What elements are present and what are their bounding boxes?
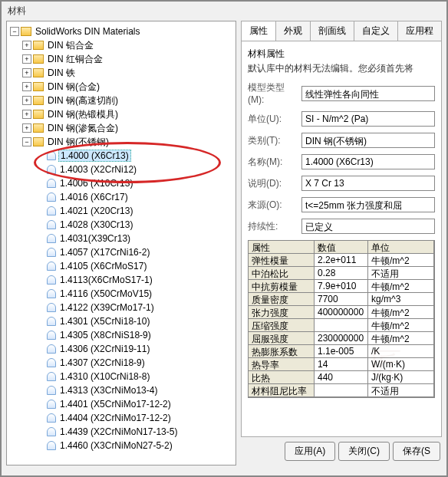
tree-material[interactable]: 1.4028 (X30Cr13) <box>8 218 234 232</box>
material-icon <box>47 192 56 202</box>
tree-material[interactable]: 1.4122 (X39CrMo17-1) <box>8 301 234 314</box>
collapse-icon[interactable]: − <box>10 27 19 36</box>
material-icon <box>47 262 56 271</box>
grid-header: 单位 <box>368 241 434 254</box>
tree-category[interactable]: +DIN 铝合金 <box>8 38 234 52</box>
material-icon <box>47 331 56 340</box>
folder-icon <box>33 110 44 119</box>
expand-icon[interactable]: + <box>22 68 31 77</box>
tree-material[interactable]: 1.4116 (X50CrMoV15) <box>8 287 234 301</box>
label-desc: 说明(D): <box>248 177 297 190</box>
tree-material[interactable]: 1.4016 (X6Cr17) <box>8 190 234 204</box>
expand-icon[interactable]: + <box>22 123 31 133</box>
tree-category[interactable]: −DIN 钢(不锈钢) <box>8 135 234 149</box>
material-icon <box>47 289 56 298</box>
field-unit[interactable]: SI - N/m^2 (Pa) <box>301 111 435 127</box>
tree-category[interactable]: +DIN 钢(高速切削) <box>8 94 234 107</box>
folder-icon <box>21 27 31 36</box>
tree-material[interactable]: 1.4307 (X2CrNi18-9) <box>8 356 234 370</box>
grid-row[interactable]: 压缩强度牛顿/m^2 <box>249 319 434 332</box>
material-icon <box>47 151 56 160</box>
label-persist: 持续性: <box>248 220 297 233</box>
grid-row[interactable]: 质量密度7700kg/m^3 <box>249 293 434 306</box>
label-name: 名称(M): <box>248 156 297 169</box>
tree-category[interactable]: +DIN 铁 <box>8 66 234 80</box>
material-icon <box>47 303 56 312</box>
tree-material[interactable]: 1.4401 (X5CrNiMo17-12-2) <box>8 397 234 411</box>
tree-material[interactable]: 1.4305 (X8CrNiS18-9) <box>8 328 234 342</box>
tree-material[interactable]: 1.4057 (X17CrNi16-2) <box>8 245 234 259</box>
grid-row[interactable]: 弹性模量2.2e+011牛顿/m^2 <box>249 254 434 267</box>
grid-row[interactable]: 热导率14W/(m·K) <box>249 358 434 371</box>
tree-material[interactable]: 1.4313 (X3CrNiMo13-4) <box>8 383 234 397</box>
field-category[interactable]: DIN 钢(不锈钢) <box>301 133 435 148</box>
apply-button[interactable]: 应用(A) <box>285 442 335 461</box>
tree-material[interactable]: 1.4404 (X2CrNiMo17-12-2) <box>8 411 234 425</box>
material-icon <box>47 400 56 409</box>
expand-icon[interactable]: + <box>22 54 31 64</box>
material-icon <box>47 386 56 395</box>
tree-root[interactable]: − SolidWorks DIN Materials <box>8 25 234 38</box>
field-desc[interactable]: X 7 Cr 13 <box>301 176 435 191</box>
tree-material[interactable]: 1.4021 (X20Cr13) <box>8 204 234 218</box>
grid-row[interactable]: 屈服强度230000000牛顿/m^2 <box>249 332 434 345</box>
material-icon <box>47 372 56 381</box>
expand-icon[interactable]: + <box>22 110 31 119</box>
grid-row[interactable]: 材料阻尼比率不适用 <box>249 384 434 397</box>
tree-material[interactable]: 1.4006 (X10Cr13) <box>8 176 234 190</box>
expand-icon[interactable]: + <box>22 41 31 50</box>
label-source: 来源(O): <box>248 199 297 212</box>
grid-row[interactable]: 热膨胀系数1.1e-005/K <box>249 345 434 358</box>
tree-material[interactable]: 1.4301 (X5CrNi18-10) <box>8 314 234 328</box>
tree-material[interactable]: 1.4105 (X6CrMoS17) <box>8 259 234 273</box>
folder-icon <box>33 96 44 105</box>
tree-material[interactable]: 1.4000 (X6Cr13) <box>8 149 234 163</box>
field-modeltype[interactable]: 线性弹性各向同性 <box>301 86 435 101</box>
tree-material[interactable]: 1.4113(X6CrMoS17-1) <box>8 273 234 287</box>
tab-properties[interactable]: 属性 <box>241 21 276 41</box>
close-button[interactable]: 关闭(C) <box>338 442 390 461</box>
folder-icon <box>33 54 44 64</box>
expand-icon[interactable]: + <box>22 96 31 105</box>
expand-icon[interactable]: + <box>22 82 31 91</box>
tree-material[interactable]: 1.4003 (X2CrNi12) <box>8 163 234 176</box>
label-unit: 单位(U): <box>248 113 297 126</box>
grid-row[interactable]: 比热440J/(kg·K) <box>249 371 434 384</box>
save-button[interactable]: 保存(S <box>393 442 440 461</box>
tree-material[interactable]: 1.4031(X39Cr13) <box>8 232 234 245</box>
expand-icon[interactable]: − <box>22 137 31 146</box>
grid-header: 数值 <box>315 241 368 254</box>
material-icon <box>47 317 56 326</box>
tree-material[interactable]: 1.4439 (X2CrNiMoN17-13-5) <box>8 425 234 439</box>
tree-category[interactable]: +DIN 钢(合金) <box>8 80 234 94</box>
tree-category[interactable]: +DIN 红铜合金 <box>8 52 234 66</box>
label-modeltype: 模型类型(M): <box>248 81 297 105</box>
tree-category[interactable]: +DIN 钢(热锻模具) <box>8 107 234 121</box>
material-icon <box>47 234 56 243</box>
tab-apply[interactable]: 应用程 <box>397 21 442 41</box>
panel-heading: 材料属性 <box>248 48 435 61</box>
grid-row[interactable]: 张力强度400000000牛顿/m^2 <box>249 306 434 319</box>
tree-material[interactable]: 1.4306 (X2CrNi19-11) <box>8 342 234 356</box>
tab-appearance[interactable]: 外观 <box>275 21 311 41</box>
field-source[interactable]: t<=25mm 张力强度和屈 <box>301 197 435 212</box>
dialog-title: 材料 <box>2 2 446 21</box>
folder-icon <box>33 68 44 77</box>
grid-row[interactable]: 中抗剪模量7.9e+010牛顿/m^2 <box>249 280 434 293</box>
material-tree[interactable]: − SolidWorks DIN Materials +DIN 铝合金+DIN … <box>6 21 236 465</box>
properties-grid[interactable]: 属性 数值 单位 弹性模量2.2e+011牛顿/m^2中泊松比0.28不适用中抗… <box>248 240 435 398</box>
grid-header: 属性 <box>249 241 315 254</box>
folder-icon <box>33 82 44 91</box>
tab-custom[interactable]: 自定义 <box>354 21 398 41</box>
field-name[interactable]: 1.4000 (X6Cr13) <box>301 154 435 169</box>
material-icon <box>47 179 56 188</box>
tree-category[interactable]: +DIN 钢(渗氮合金) <box>8 121 234 135</box>
field-persist[interactable]: 已定义 <box>301 219 435 234</box>
property-tabs: 属性 外观 剖面线 自定义 应用程 <box>241 21 442 41</box>
tab-hatch[interactable]: 剖面线 <box>310 21 354 41</box>
grid-row[interactable]: 中泊松比0.28不适用 <box>249 267 434 280</box>
tree-material[interactable]: 1.4310 (X10CrNi18-8) <box>8 370 234 383</box>
material-icon <box>47 441 56 450</box>
material-icon <box>47 220 56 229</box>
tree-material[interactable]: 1.4460 (X3CrNiMoN27-5-2) <box>8 439 234 452</box>
